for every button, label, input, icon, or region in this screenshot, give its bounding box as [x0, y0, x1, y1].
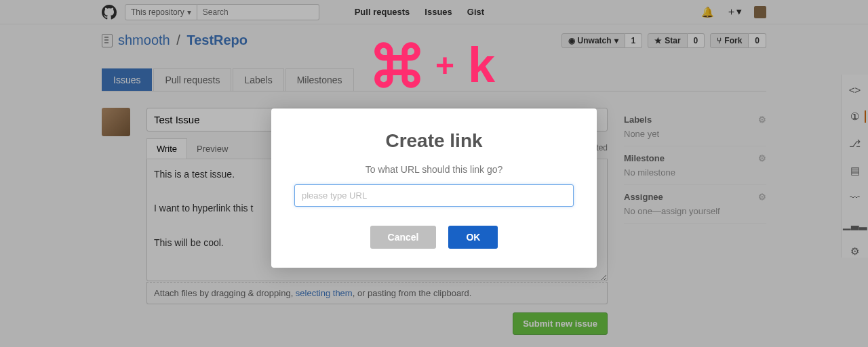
plus-text: +: [435, 47, 454, 84]
k-key-text: k: [468, 41, 495, 89]
ok-button[interactable]: OK: [448, 226, 498, 249]
command-key-icon: [373, 41, 422, 89]
cancel-button[interactable]: Cancel: [370, 226, 437, 249]
shortcut-overlay: + k: [373, 41, 495, 89]
url-input[interactable]: [294, 184, 574, 207]
modal-title: Create link: [294, 130, 574, 152]
create-link-modal: Create link To what URL should this link…: [271, 108, 597, 268]
modal-prompt: To what URL should this link go?: [294, 164, 574, 175]
